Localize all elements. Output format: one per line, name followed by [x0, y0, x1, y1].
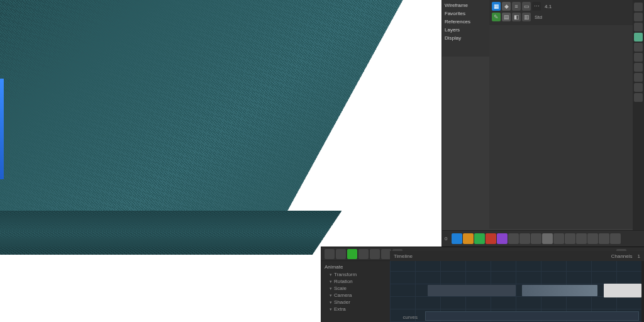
- stop-icon[interactable]: [370, 249, 380, 259]
- shelf-icon[interactable]: [553, 233, 564, 244]
- tab-layers[interactable]: Layers: [445, 27, 487, 33]
- timeline-header: Timeline Channels 1: [390, 251, 644, 261]
- shelf-sublabel: Std: [535, 14, 542, 20]
- channel-item[interactable]: Scale: [321, 285, 390, 292]
- strip-icon[interactable]: [634, 3, 643, 11]
- channel-item[interactable]: Extra: [321, 306, 390, 313]
- tool-icon[interactable]: ▭: [522, 2, 531, 11]
- shelf-icon[interactable]: [542, 233, 553, 244]
- strip-icon[interactable]: [634, 73, 643, 82]
- channel-list: Animate Transform Rotation Scale Camera …: [321, 261, 390, 322]
- tool-icon[interactable]: ⋯: [532, 2, 541, 11]
- shelf-icon[interactable]: [610, 233, 621, 244]
- timeline-tracks[interactable]: Timeline Channels 1 curves: [390, 261, 644, 322]
- tool-icon[interactable]: ◧: [512, 13, 521, 21]
- tab-display[interactable]: Display: [445, 35, 487, 41]
- channel-item[interactable]: Transform: [321, 271, 390, 278]
- timeline-panel: warps / retime enabled 1.025 Animate Tra…: [321, 247, 644, 322]
- track-label: curves: [402, 314, 418, 320]
- shelf-icon[interactable]: [452, 233, 462, 244]
- shelf-label: 4.1: [545, 4, 552, 9]
- channel-item[interactable]: Shader: [321, 299, 390, 306]
- shelf-icon[interactable]: [508, 233, 519, 244]
- range-box[interactable]: [425, 311, 639, 321]
- shelf-icon[interactable]: [474, 233, 485, 244]
- icon-shelf: ▦ ◆ ≡ ▭ ⋯ 4.1 ✎ ▤ ◧ ▥ Std: [489, 0, 644, 25]
- clip[interactable]: [604, 284, 641, 297]
- tool-icon[interactable]: ▤: [502, 13, 511, 21]
- shelf-icon[interactable]: [463, 233, 474, 244]
- strip-icon[interactable]: [634, 83, 643, 92]
- channel-item[interactable]: Camera: [321, 292, 390, 299]
- strip-icon[interactable]: [634, 53, 643, 62]
- strip-icon[interactable]: [634, 63, 643, 72]
- bottom-shelf: 0: [442, 230, 644, 247]
- header-channels[interactable]: Channels: [611, 253, 633, 259]
- shelf-icon[interactable]: [576, 233, 587, 244]
- right-tool-strip: [633, 0, 644, 247]
- shelf-icon[interactable]: [599, 233, 609, 244]
- strip-icon[interactable]: [634, 43, 643, 52]
- clip[interactable]: [522, 285, 597, 296]
- next-frame-icon[interactable]: [358, 249, 369, 259]
- rewind-icon[interactable]: [325, 249, 335, 259]
- category-label[interactable]: Animate: [321, 263, 390, 271]
- panel-tab-column: Wireframe Favorites References Layers Di…: [442, 0, 489, 57]
- tool-icon[interactable]: ◆: [502, 2, 511, 11]
- tab-favorites[interactable]: Favorites: [445, 11, 487, 16]
- shelf-icon[interactable]: [587, 233, 598, 244]
- strip-icon[interactable]: [634, 93, 643, 102]
- mesh-surface: [0, 0, 414, 247]
- header-left: Timeline: [394, 253, 413, 259]
- strip-icon[interactable]: [634, 23, 643, 31]
- shelf-icon[interactable]: [497, 233, 508, 244]
- mode-icon[interactable]: ▦: [492, 2, 501, 11]
- shelf-icon[interactable]: [519, 233, 530, 244]
- scrollbar[interactable]: [641, 261, 644, 322]
- frame-label: 0: [445, 236, 447, 242]
- shelf-icon[interactable]: [565, 233, 575, 244]
- shelf-icon[interactable]: [531, 233, 541, 244]
- property-area: [489, 25, 633, 229]
- axis-strip: [0, 79, 4, 179]
- tool-icon[interactable]: ▥: [522, 13, 531, 21]
- clip[interactable]: [428, 285, 516, 296]
- tab-wireframe[interactable]: Wireframe: [445, 3, 487, 8]
- strip-icon[interactable]: [634, 33, 643, 42]
- header-count: 1: [638, 253, 640, 259]
- channel-item[interactable]: Rotation: [321, 278, 390, 285]
- strip-icon[interactable]: [634, 13, 643, 21]
- shelf-icon[interactable]: [486, 233, 496, 244]
- tool-icon[interactable]: ≡: [512, 2, 521, 11]
- side-panel: Wireframe Favorites References Layers Di…: [441, 0, 644, 247]
- play-icon[interactable]: [347, 249, 357, 259]
- brush-icon[interactable]: ✎: [492, 13, 501, 21]
- tab-references[interactable]: References: [445, 19, 487, 25]
- prev-frame-icon[interactable]: [336, 249, 346, 259]
